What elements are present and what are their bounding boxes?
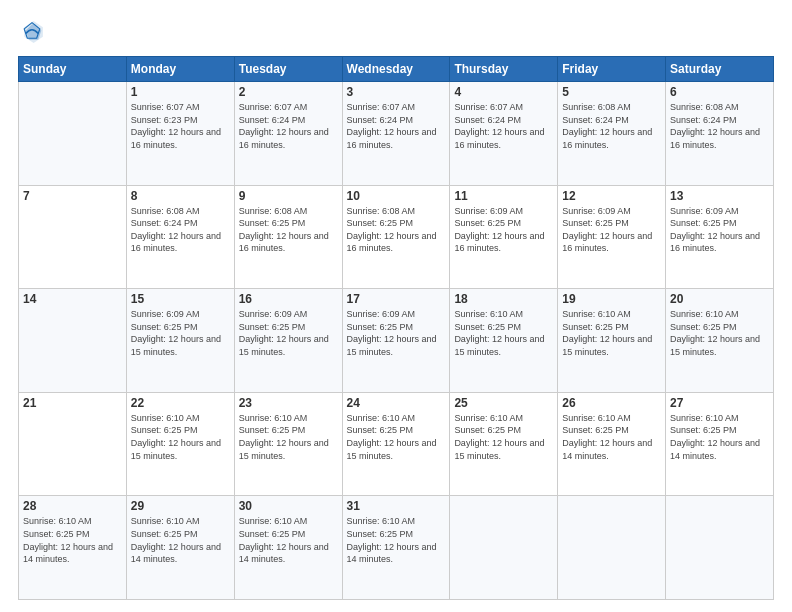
day-number: 7 — [23, 189, 122, 203]
day-header-thursday: Thursday — [450, 57, 558, 82]
day-header-saturday: Saturday — [666, 57, 774, 82]
day-cell: 10Sunrise: 6:08 AM Sunset: 6:25 PM Dayli… — [342, 185, 450, 289]
day-info: Sunrise: 6:10 AM Sunset: 6:25 PM Dayligh… — [670, 412, 769, 462]
day-cell: 12Sunrise: 6:09 AM Sunset: 6:25 PM Dayli… — [558, 185, 666, 289]
day-cell: 30Sunrise: 6:10 AM Sunset: 6:25 PM Dayli… — [234, 496, 342, 600]
day-cell: 26Sunrise: 6:10 AM Sunset: 6:25 PM Dayli… — [558, 392, 666, 496]
day-info: Sunrise: 6:09 AM Sunset: 6:25 PM Dayligh… — [347, 308, 446, 358]
day-info: Sunrise: 6:10 AM Sunset: 6:25 PM Dayligh… — [562, 308, 661, 358]
day-info: Sunrise: 6:10 AM Sunset: 6:25 PM Dayligh… — [562, 412, 661, 462]
day-cell — [19, 82, 127, 186]
day-cell: 24Sunrise: 6:10 AM Sunset: 6:25 PM Dayli… — [342, 392, 450, 496]
day-number: 1 — [131, 85, 230, 99]
day-number: 16 — [239, 292, 338, 306]
day-info: Sunrise: 6:07 AM Sunset: 6:24 PM Dayligh… — [347, 101, 446, 151]
day-info: Sunrise: 6:10 AM Sunset: 6:25 PM Dayligh… — [239, 515, 338, 565]
day-info: Sunrise: 6:09 AM Sunset: 6:25 PM Dayligh… — [454, 205, 553, 255]
day-info: Sunrise: 6:09 AM Sunset: 6:25 PM Dayligh… — [239, 308, 338, 358]
day-number: 27 — [670, 396, 769, 410]
day-info: Sunrise: 6:10 AM Sunset: 6:25 PM Dayligh… — [454, 412, 553, 462]
day-cell: 13Sunrise: 6:09 AM Sunset: 6:25 PM Dayli… — [666, 185, 774, 289]
day-cell: 16Sunrise: 6:09 AM Sunset: 6:25 PM Dayli… — [234, 289, 342, 393]
day-number: 12 — [562, 189, 661, 203]
day-number: 14 — [23, 292, 122, 306]
day-info: Sunrise: 6:10 AM Sunset: 6:25 PM Dayligh… — [347, 515, 446, 565]
day-number: 11 — [454, 189, 553, 203]
day-info: Sunrise: 6:08 AM Sunset: 6:24 PM Dayligh… — [562, 101, 661, 151]
day-info: Sunrise: 6:10 AM Sunset: 6:25 PM Dayligh… — [347, 412, 446, 462]
day-number: 25 — [454, 396, 553, 410]
day-info: Sunrise: 6:09 AM Sunset: 6:25 PM Dayligh… — [562, 205, 661, 255]
day-cell: 21 — [19, 392, 127, 496]
day-cell: 8Sunrise: 6:08 AM Sunset: 6:24 PM Daylig… — [126, 185, 234, 289]
day-info: Sunrise: 6:09 AM Sunset: 6:25 PM Dayligh… — [670, 205, 769, 255]
week-row-5: 28Sunrise: 6:10 AM Sunset: 6:25 PM Dayli… — [19, 496, 774, 600]
day-number: 9 — [239, 189, 338, 203]
day-number: 30 — [239, 499, 338, 513]
day-header-monday: Monday — [126, 57, 234, 82]
day-info: Sunrise: 6:07 AM Sunset: 6:24 PM Dayligh… — [454, 101, 553, 151]
header-row: SundayMondayTuesdayWednesdayThursdayFrid… — [19, 57, 774, 82]
day-info: Sunrise: 6:10 AM Sunset: 6:25 PM Dayligh… — [23, 515, 122, 565]
day-cell: 23Sunrise: 6:10 AM Sunset: 6:25 PM Dayli… — [234, 392, 342, 496]
day-header-friday: Friday — [558, 57, 666, 82]
day-cell: 28Sunrise: 6:10 AM Sunset: 6:25 PM Dayli… — [19, 496, 127, 600]
day-cell: 7 — [19, 185, 127, 289]
page: SundayMondayTuesdayWednesdayThursdayFrid… — [0, 0, 792, 612]
day-cell: 5Sunrise: 6:08 AM Sunset: 6:24 PM Daylig… — [558, 82, 666, 186]
day-info: Sunrise: 6:10 AM Sunset: 6:25 PM Dayligh… — [131, 412, 230, 462]
day-cell: 15Sunrise: 6:09 AM Sunset: 6:25 PM Dayli… — [126, 289, 234, 393]
week-row-4: 2122Sunrise: 6:10 AM Sunset: 6:25 PM Day… — [19, 392, 774, 496]
day-cell — [666, 496, 774, 600]
day-number: 4 — [454, 85, 553, 99]
day-cell: 11Sunrise: 6:09 AM Sunset: 6:25 PM Dayli… — [450, 185, 558, 289]
day-info: Sunrise: 6:10 AM Sunset: 6:25 PM Dayligh… — [670, 308, 769, 358]
day-cell: 31Sunrise: 6:10 AM Sunset: 6:25 PM Dayli… — [342, 496, 450, 600]
day-header-sunday: Sunday — [19, 57, 127, 82]
day-cell: 25Sunrise: 6:10 AM Sunset: 6:25 PM Dayli… — [450, 392, 558, 496]
day-number: 2 — [239, 85, 338, 99]
day-cell: 2Sunrise: 6:07 AM Sunset: 6:24 PM Daylig… — [234, 82, 342, 186]
day-cell: 27Sunrise: 6:10 AM Sunset: 6:25 PM Dayli… — [666, 392, 774, 496]
day-cell: 19Sunrise: 6:10 AM Sunset: 6:25 PM Dayli… — [558, 289, 666, 393]
day-cell: 1Sunrise: 6:07 AM Sunset: 6:23 PM Daylig… — [126, 82, 234, 186]
day-cell: 17Sunrise: 6:09 AM Sunset: 6:25 PM Dayli… — [342, 289, 450, 393]
day-cell: 20Sunrise: 6:10 AM Sunset: 6:25 PM Dayli… — [666, 289, 774, 393]
day-number: 5 — [562, 85, 661, 99]
day-cell: 3Sunrise: 6:07 AM Sunset: 6:24 PM Daylig… — [342, 82, 450, 186]
day-cell: 9Sunrise: 6:08 AM Sunset: 6:25 PM Daylig… — [234, 185, 342, 289]
day-number: 19 — [562, 292, 661, 306]
day-info: Sunrise: 6:09 AM Sunset: 6:25 PM Dayligh… — [131, 308, 230, 358]
day-number: 20 — [670, 292, 769, 306]
day-number: 26 — [562, 396, 661, 410]
day-number: 29 — [131, 499, 230, 513]
day-info: Sunrise: 6:08 AM Sunset: 6:25 PM Dayligh… — [239, 205, 338, 255]
day-number: 10 — [347, 189, 446, 203]
day-number: 28 — [23, 499, 122, 513]
day-header-wednesday: Wednesday — [342, 57, 450, 82]
week-row-1: 1Sunrise: 6:07 AM Sunset: 6:23 PM Daylig… — [19, 82, 774, 186]
day-number: 31 — [347, 499, 446, 513]
logo — [18, 18, 48, 46]
day-info: Sunrise: 6:08 AM Sunset: 6:25 PM Dayligh… — [347, 205, 446, 255]
day-number: 23 — [239, 396, 338, 410]
day-cell: 14 — [19, 289, 127, 393]
calendar-table: SundayMondayTuesdayWednesdayThursdayFrid… — [18, 56, 774, 600]
day-number: 18 — [454, 292, 553, 306]
day-cell — [450, 496, 558, 600]
day-number: 13 — [670, 189, 769, 203]
day-cell: 18Sunrise: 6:10 AM Sunset: 6:25 PM Dayli… — [450, 289, 558, 393]
day-number: 8 — [131, 189, 230, 203]
day-info: Sunrise: 6:10 AM Sunset: 6:25 PM Dayligh… — [454, 308, 553, 358]
day-number: 3 — [347, 85, 446, 99]
day-info: Sunrise: 6:08 AM Sunset: 6:24 PM Dayligh… — [670, 101, 769, 151]
day-number: 6 — [670, 85, 769, 99]
header — [18, 18, 774, 46]
logo-icon — [18, 18, 46, 46]
day-number: 24 — [347, 396, 446, 410]
week-row-3: 1415Sunrise: 6:09 AM Sunset: 6:25 PM Day… — [19, 289, 774, 393]
day-info: Sunrise: 6:07 AM Sunset: 6:24 PM Dayligh… — [239, 101, 338, 151]
day-cell: 22Sunrise: 6:10 AM Sunset: 6:25 PM Dayli… — [126, 392, 234, 496]
day-info: Sunrise: 6:07 AM Sunset: 6:23 PM Dayligh… — [131, 101, 230, 151]
day-cell: 6Sunrise: 6:08 AM Sunset: 6:24 PM Daylig… — [666, 82, 774, 186]
